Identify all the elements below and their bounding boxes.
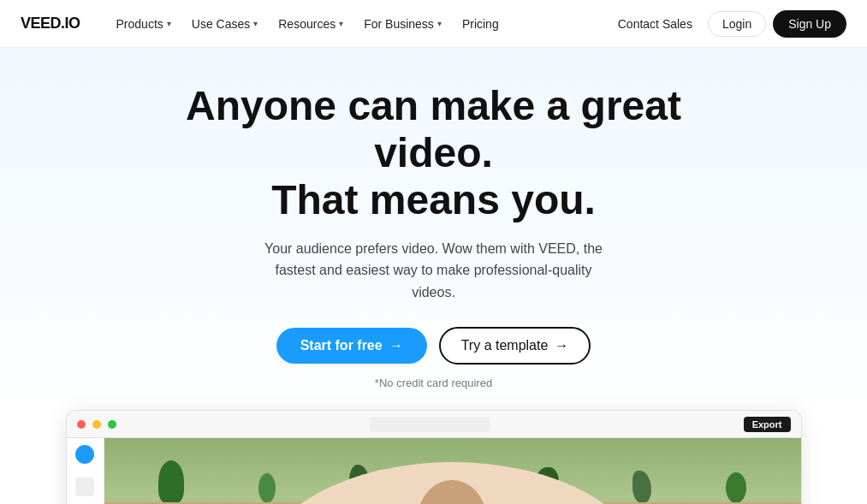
chevron-down-icon: ▾ bbox=[339, 19, 343, 28]
hero-subtitle: Your audience prefers video. Wow them wi… bbox=[254, 238, 614, 304]
editor-preview: Export bbox=[66, 410, 802, 504]
plant-decoration bbox=[726, 472, 746, 503]
chevron-down-icon: ▾ bbox=[253, 19, 258, 28]
nav-item-use-cases[interactable]: Use Cases ▾ bbox=[183, 12, 266, 36]
chevron-down-icon: ▾ bbox=[167, 19, 171, 28]
editor-body: VEED.IO RECORDING Good day everyone! My … bbox=[67, 438, 801, 504]
contact-sales-button[interactable]: Contact Sales bbox=[609, 12, 701, 36]
nav-links: Products ▾ Use Cases ▾ Resources ▾ For B… bbox=[108, 12, 609, 36]
editor-topbar: Export bbox=[67, 411, 801, 438]
signup-button[interactable]: Sign Up bbox=[773, 10, 846, 38]
window-expand-dot bbox=[108, 420, 116, 429]
url-bar bbox=[370, 417, 490, 432]
window-minimize-dot bbox=[92, 420, 101, 429]
plant-decoration bbox=[158, 460, 184, 503]
nav-right: Contact Sales Login Sign Up bbox=[609, 10, 846, 38]
sidebar-icon-active[interactable] bbox=[75, 445, 94, 464]
sidebar-icon-1[interactable] bbox=[75, 477, 94, 496]
editor-shell: Export bbox=[66, 410, 802, 504]
video-simulation: VEED.IO RECORDING Good day everyone! My … bbox=[104, 438, 801, 504]
person-head bbox=[419, 480, 487, 505]
login-button[interactable]: Login bbox=[708, 11, 766, 37]
navbar: VEED.IO Products ▾ Use Cases ▾ Resources… bbox=[0, 0, 867, 48]
editor-main: VEED.IO RECORDING Good day everyone! My … bbox=[104, 438, 801, 504]
nav-item-for-business[interactable]: For Business ▾ bbox=[355, 12, 450, 36]
hero-section: Anyone can make a great video. That mean… bbox=[0, 48, 867, 504]
export-button[interactable]: Export bbox=[744, 417, 791, 432]
hero-buttons: Start for free → Try a template → bbox=[276, 327, 591, 365]
logo[interactable]: VEED.IO bbox=[21, 15, 80, 33]
chevron-down-icon: ▾ bbox=[437, 19, 442, 28]
topbar-center bbox=[123, 417, 737, 432]
plant-decoration bbox=[258, 473, 276, 503]
editor-sidebar bbox=[67, 438, 104, 504]
plant-decoration bbox=[632, 471, 651, 503]
arrow-right-icon: → bbox=[389, 338, 403, 353]
try-template-button[interactable]: Try a template → bbox=[439, 327, 591, 365]
nav-item-pricing[interactable]: Pricing bbox=[454, 12, 508, 36]
hero-title: Anyone can make a great video. That mean… bbox=[134, 82, 733, 224]
nav-item-resources[interactable]: Resources ▾ bbox=[270, 12, 352, 36]
no-credit-text: *No credit card required bbox=[375, 377, 492, 389]
start-for-free-button[interactable]: Start for free → bbox=[276, 328, 427, 364]
arrow-right-icon: → bbox=[555, 338, 568, 353]
nav-item-products[interactable]: Products ▾ bbox=[108, 12, 180, 36]
window-close-dot bbox=[77, 420, 86, 429]
